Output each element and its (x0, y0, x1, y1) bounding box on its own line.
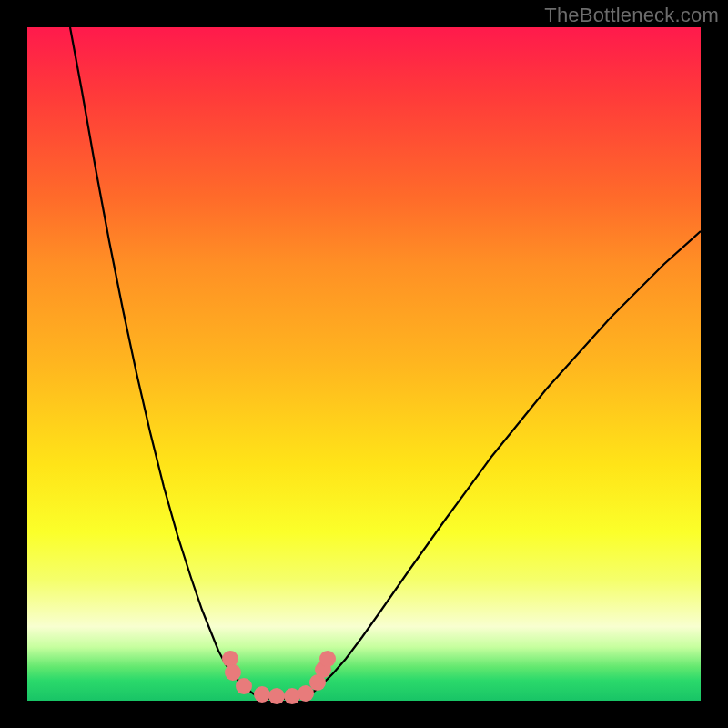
chart-overlay (27, 27, 701, 701)
watermark-text: TheBottleneck.com (544, 4, 719, 27)
data-marker (236, 678, 252, 694)
data-marker (284, 688, 300, 704)
data-marker (254, 686, 270, 703)
data-marker (319, 651, 336, 667)
chart-frame: TheBottleneck.com (0, 0, 728, 728)
marker-group (222, 651, 336, 704)
curve-right-branch (300, 231, 701, 698)
data-marker (225, 664, 241, 681)
data-marker (222, 651, 238, 667)
data-marker (268, 688, 285, 704)
curve-left-branch (70, 27, 264, 698)
